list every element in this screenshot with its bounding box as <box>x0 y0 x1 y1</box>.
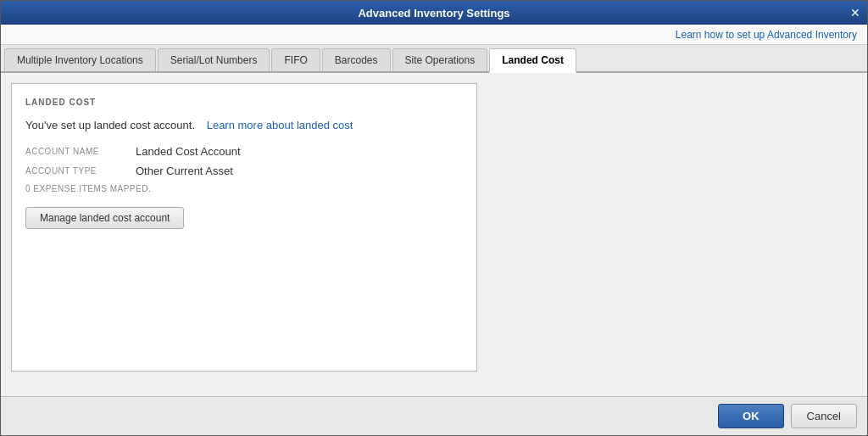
tab-serial-lot-numbers[interactable]: Serial/Lot Numbers <box>158 48 270 71</box>
tab-site-operations[interactable]: Site Operations <box>392 48 488 71</box>
footer: OK Cancel <box>1 396 867 435</box>
dialog-title: Advanced Inventory Settings <box>358 7 509 20</box>
account-name-value: Landed Cost Account <box>136 145 241 158</box>
close-button[interactable]: ✕ <box>850 7 860 19</box>
learn-more-link[interactable]: Learn more about landed cost <box>207 119 353 131</box>
account-name-label: ACCOUNT NAME <box>25 145 136 156</box>
content-area: LANDED COST You've set up landed cost ac… <box>1 73 867 396</box>
cancel-button[interactable]: Cancel <box>791 404 857 428</box>
account-type-value: Other Current Asset <box>136 165 233 177</box>
section-title: LANDED COST <box>25 98 463 107</box>
dialog-container: Advanced Inventory Settings ✕ Learn how … <box>0 0 868 436</box>
tab-fifo[interactable]: FIFO <box>271 48 320 71</box>
account-type-label: ACCOUNT TYPE <box>25 165 136 176</box>
tab-barcodes[interactable]: Barcodes <box>322 48 391 71</box>
ok-button[interactable]: OK <box>718 404 784 428</box>
tab-landed-cost[interactable]: Landed Cost <box>489 48 576 73</box>
tab-multiple-inventory-locations[interactable]: Multiple Inventory Locations <box>4 48 156 71</box>
help-bar: Learn how to set up Advanced Inventory <box>1 25 867 45</box>
title-bar: Advanced Inventory Settings ✕ <box>1 1 867 25</box>
manage-landed-cost-button[interactable]: Manage landed cost account <box>25 207 184 229</box>
expense-items-mapped: 0 EXPENSE ITEMS MAPPED. <box>25 184 463 193</box>
help-link[interactable]: Learn how to set up Advanced Inventory <box>676 29 857 41</box>
landed-cost-section: LANDED COST You've set up landed cost ac… <box>11 83 477 372</box>
setup-message: You've set up landed cost account. Learn… <box>25 119 463 131</box>
account-name-row: ACCOUNT NAME Landed Cost Account <box>25 145 463 158</box>
tabs-bar: Multiple Inventory Locations Serial/Lot … <box>1 45 867 73</box>
account-type-row: ACCOUNT TYPE Other Current Asset <box>25 165 463 177</box>
